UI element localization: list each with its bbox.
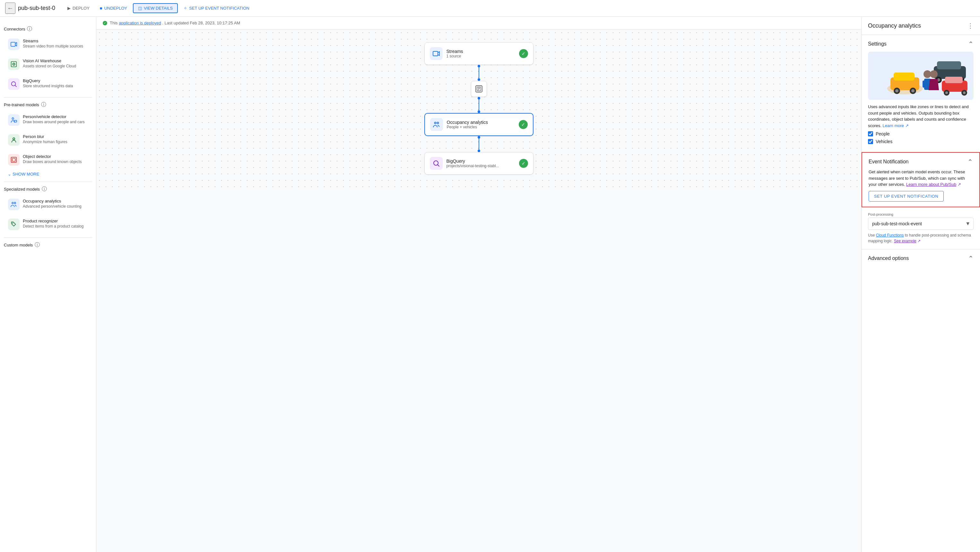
event-desc: Get alerted when certain model events oc… xyxy=(869,169,973,188)
occupancy-node-icon xyxy=(430,118,443,131)
setup-event-icon: ✧ xyxy=(184,6,187,11)
product-recognizer-title: Product recognizer xyxy=(23,218,83,223)
streams-desc: Stream video from multiple sources xyxy=(23,44,83,48)
bigquery-node[interactable]: BigQuery projects/visionai-testing-stabl… xyxy=(424,152,533,175)
specialized-help-icon[interactable]: ⓘ xyxy=(42,186,47,192)
middle-processor-node[interactable] xyxy=(471,81,487,97)
sidebar-item-streams[interactable]: Streams Stream video from multiple sourc… xyxy=(4,35,92,54)
advanced-header: Advanced options ⌃ xyxy=(868,255,974,262)
flow-container: Streams 1 source ✓ xyxy=(415,42,543,175)
settings-header: Settings ⌃ xyxy=(868,40,974,48)
streams-title: Streams xyxy=(23,38,83,43)
svg-point-44 xyxy=(930,70,938,78)
streams-node-title: Streams xyxy=(447,49,463,54)
external-link-icon: ↗ xyxy=(905,123,909,128)
deploy-button[interactable]: ▶ DEPLOY xyxy=(63,4,94,13)
svg-rect-23 xyxy=(894,73,915,81)
sidebar: Connectors ⓘ Streams Stream video from m… xyxy=(0,17,96,552)
svg-point-5 xyxy=(12,118,14,120)
connector-line-3 xyxy=(479,136,479,152)
setup-event-top-button[interactable]: ✧ SET UP EVENT NOTIFICATION xyxy=(179,4,254,13)
svg-point-25 xyxy=(895,89,899,92)
custom-section-title: Custom models ⓘ xyxy=(4,242,92,248)
main-layout: Connectors ⓘ Streams Stream video from m… xyxy=(0,17,980,552)
svg-rect-0 xyxy=(11,42,16,46)
event-notif-header: Event Notification ⌃ xyxy=(869,158,973,165)
person-vehicle-info: Person/vehicle detector Draw boxes aroun… xyxy=(23,114,85,124)
sidebar-item-bigquery[interactable]: BigQuery Store structured insights data xyxy=(4,75,92,93)
svg-rect-42 xyxy=(923,81,926,87)
vision-ai-icon xyxy=(8,59,19,70)
streams-node-icon xyxy=(430,47,443,60)
status-dot: ✓ xyxy=(103,21,107,25)
custom-help-icon[interactable]: ⓘ xyxy=(35,242,40,248)
right-panel: Occupancy analytics ⋮ Settings ⌃ xyxy=(861,17,980,552)
sidebar-item-occupancy[interactable]: Occupancy analytics Advanced person/vehi… xyxy=(4,195,92,214)
sidebar-item-person-blur[interactable]: Person blur Anonymize human figures xyxy=(4,130,92,149)
app-title: pub-sub-test-0 xyxy=(18,5,55,11)
settings-title: Settings xyxy=(868,41,886,47)
divider-3 xyxy=(4,237,92,238)
specialized-section-title: Specialized models ⓘ xyxy=(4,186,92,192)
setup-event-notification-button[interactable]: SET UP EVENT NOTIFICATION xyxy=(869,191,944,202)
post-processing-desc: Use Cloud Functions to handle post-proce… xyxy=(868,232,974,244)
streams-node[interactable]: Streams 1 source ✓ xyxy=(424,42,533,65)
bigquery-icon xyxy=(8,78,19,90)
undeploy-button[interactable]: ■ UNDEPLOY xyxy=(95,4,132,13)
canvas-dots[interactable]: Streams 1 source ✓ xyxy=(96,30,861,188)
person-blur-title: Person blur xyxy=(23,134,67,139)
streams-info: Streams Stream video from multiple sourc… xyxy=(23,38,83,48)
vision-ai-title: Vision AI Warehouse xyxy=(23,59,76,63)
pubsub-external-icon: ↗ xyxy=(958,182,961,187)
view-details-button[interactable]: ◫ VIEW DETAILS xyxy=(133,3,178,13)
object-detector-title: Object detector xyxy=(23,154,81,159)
svg-point-17 xyxy=(434,122,436,124)
back-button[interactable]: ← xyxy=(5,3,16,14)
svg-rect-9 xyxy=(11,157,17,163)
connectors-help-icon[interactable]: ⓘ xyxy=(27,25,32,32)
occupancy-node[interactable]: Occupancy analytics People + vehicles ✓ xyxy=(424,113,533,136)
svg-rect-35 xyxy=(945,77,963,83)
deployed-link[interactable]: application is deployed xyxy=(119,21,161,25)
connector-line-1 xyxy=(479,65,479,81)
show-more-chevron: ⌄ xyxy=(8,172,11,177)
sidebar-item-product-recognizer[interactable]: Product recognizer Detect items from a p… xyxy=(4,215,92,234)
svg-point-18 xyxy=(437,122,439,124)
svg-rect-29 xyxy=(937,61,961,69)
pretrained-help-icon[interactable]: ⓘ xyxy=(41,102,46,108)
pretrained-section-title: Pre-trained models ⓘ xyxy=(4,102,92,108)
vehicles-checkbox[interactable] xyxy=(868,139,873,144)
person-blur-desc: Anonymize human figures xyxy=(23,140,67,144)
see-example-link[interactable]: See example xyxy=(894,239,916,243)
event-notif-collapse-icon[interactable]: ⌃ xyxy=(967,158,973,165)
occupancy-sidebar-title: Occupancy analytics xyxy=(23,199,81,204)
sidebar-item-object-detector[interactable]: Object detector Draw boxes around known … xyxy=(4,151,92,169)
object-detector-icon xyxy=(8,154,19,165)
pubsub-link[interactable]: Learn more about Pub/Sub xyxy=(906,182,956,187)
vision-ai-desc: Assets stored on Google Cloud xyxy=(23,64,76,68)
event-notif-title: Event Notification xyxy=(869,159,909,165)
sidebar-item-person-vehicle[interactable]: Person/vehicle detector Draw boxes aroun… xyxy=(4,111,92,129)
bigquery-node-check: ✓ xyxy=(519,159,528,168)
sidebar-item-vision-ai[interactable]: Vision AI Warehouse Assets stored on Goo… xyxy=(4,55,92,73)
vehicles-label: Vehicles xyxy=(876,139,892,144)
people-checkbox-row: People xyxy=(868,131,974,137)
view-details-icon: ◫ xyxy=(138,6,142,11)
post-processing-select[interactable]: pub-sub-test-mock-event xyxy=(868,218,974,230)
advanced-title: Advanced options xyxy=(868,256,909,261)
learn-more-link[interactable]: Learn more xyxy=(883,123,904,128)
status-text: This application is deployed . Last upda… xyxy=(110,21,240,25)
post-processing-label: Post-processing xyxy=(868,212,974,216)
more-options-icon[interactable]: ⋮ xyxy=(967,22,974,30)
cloud-functions-link[interactable]: Cloud Functions xyxy=(876,233,904,237)
occupancy-sidebar-desc: Advanced person/vehicle counting xyxy=(23,204,81,208)
person-vehicle-icon xyxy=(8,114,19,126)
bigquery-node-icon xyxy=(430,157,443,170)
advanced-collapse-icon[interactable]: ⌃ xyxy=(968,255,974,262)
canvas-area: ✓ This application is deployed . Last up… xyxy=(96,17,861,552)
people-checkbox[interactable] xyxy=(868,131,873,137)
person-blur-icon xyxy=(8,134,19,146)
settings-collapse-icon[interactable]: ⌃ xyxy=(968,40,974,48)
show-more-button[interactable]: ⌄ SHOW MORE xyxy=(4,170,92,178)
divider-2 xyxy=(4,181,92,182)
